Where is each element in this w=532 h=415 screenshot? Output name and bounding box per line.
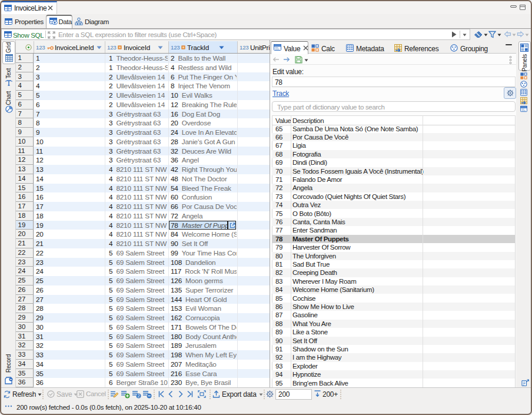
svg-text:2: 2	[137, 393, 139, 399]
